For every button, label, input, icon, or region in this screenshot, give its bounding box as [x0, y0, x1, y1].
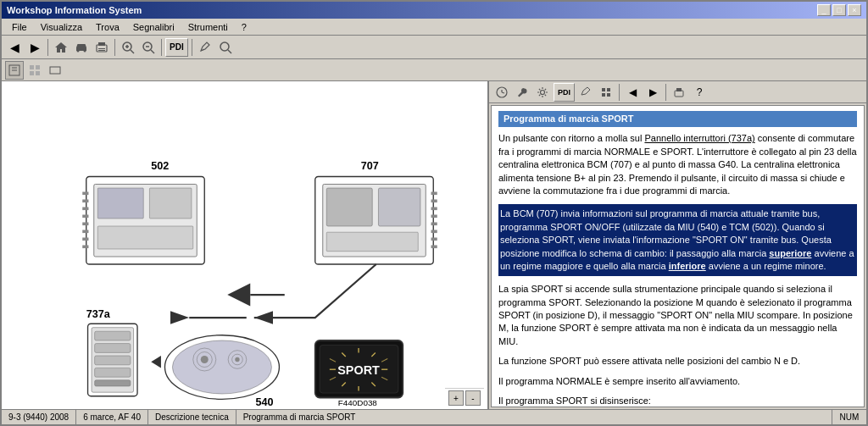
svg-rect-27 [149, 188, 192, 219]
toolbar-separator-3 [161, 39, 162, 56]
menu-strumenti[interactable]: Strumenti [181, 20, 235, 34]
svg-rect-48 [431, 238, 437, 241]
svg-marker-61 [151, 356, 161, 368]
svg-rect-89 [607, 88, 610, 91]
svg-point-14 [220, 42, 229, 51]
zoom-out-button[interactable] [139, 38, 158, 57]
view-overview-button[interactable] [5, 61, 24, 80]
paragraph-1: Un pulsante con ritorno a molla sul Pann… [498, 132, 857, 197]
text-inferiore: inferiore [669, 261, 706, 271]
svg-point-0 [77, 49, 80, 52]
rt-next-button[interactable]: ▶ [643, 83, 662, 102]
menu-bar: File Visualizza Trova Segnalibri Strumen… [2, 19, 866, 36]
main-window: Workshop Information System _ □ × File V… [0, 0, 868, 426]
car-button[interactable] [72, 38, 91, 57]
svg-rect-22 [36, 71, 40, 75]
svg-rect-47 [431, 230, 437, 234]
label-707: 707 [361, 160, 379, 172]
rt-clock-button[interactable] [492, 83, 511, 102]
svg-rect-92 [675, 91, 683, 97]
svg-point-69 [235, 357, 239, 362]
status-model: 9-3 (9440) 2008 [2, 410, 76, 424]
svg-rect-20 [36, 65, 40, 69]
svg-rect-45 [431, 215, 437, 219]
menu-trova[interactable]: Trova [89, 20, 126, 34]
menu-visualizza[interactable]: Visualizza [34, 20, 89, 34]
label-737a: 737a [86, 308, 111, 320]
svg-rect-19 [30, 65, 34, 69]
svg-line-7 [131, 50, 134, 53]
svg-rect-44 [431, 207, 437, 211]
svg-rect-59 [95, 368, 131, 377]
zoom-out-diagram-button[interactable]: - [465, 390, 481, 406]
svg-rect-56 [95, 331, 131, 340]
rt-pdi-button[interactable]: PDI [554, 83, 575, 102]
svg-rect-28 [97, 226, 193, 249]
rt-print-button[interactable] [670, 83, 688, 102]
home-button[interactable] [52, 38, 70, 57]
rt-sep [619, 84, 620, 101]
text-content: Programma di marcia SPORT Un pulsante co… [491, 105, 865, 407]
right-toolbar: PDI ◀ ▶ ? [489, 81, 866, 103]
rt-edit-button[interactable] [576, 83, 595, 102]
svg-line-15 [228, 50, 231, 53]
svg-point-66 [201, 356, 209, 363]
rt-gear-button[interactable] [533, 83, 552, 102]
diagram-area: 502 [2, 81, 487, 409]
svg-rect-40 [378, 188, 420, 226]
svg-point-87 [541, 90, 545, 94]
toolbar-separator-2 [114, 39, 115, 56]
svg-rect-32 [82, 215, 88, 219]
view-fullscreen-button[interactable] [46, 61, 64, 80]
menu-segnalibri[interactable]: Segnalibri [126, 20, 181, 34]
svg-rect-34 [82, 230, 88, 234]
svg-rect-33 [82, 223, 88, 226]
label-540: 540 [256, 396, 274, 408]
svg-rect-41 [326, 232, 418, 252]
rt-prev-button[interactable]: ◀ [623, 83, 642, 102]
close-button[interactable]: × [848, 4, 861, 16]
svg-rect-3 [98, 42, 105, 46]
pdi-button[interactable]: PDI [165, 38, 188, 57]
status-bar: 9-3 (9440) 2008 6 marce, AF 40 Descrizio… [2, 409, 866, 424]
toolbar-separator-4 [192, 39, 192, 56]
zoom-in-diagram-button[interactable]: + [448, 390, 464, 406]
status-num: NUM [832, 410, 866, 424]
search-button[interactable] [216, 38, 235, 57]
svg-rect-58 [95, 356, 131, 365]
maximize-button[interactable]: □ [832, 4, 846, 16]
svg-rect-46 [431, 223, 437, 226]
text-panel: PDI ◀ ▶ ? Programma di marcia SPORT [489, 81, 866, 409]
pen-button[interactable] [196, 38, 214, 57]
zoom-in-button[interactable] [119, 38, 137, 57]
svg-line-86 [502, 92, 504, 93]
svg-point-1 [84, 49, 86, 52]
menu-file[interactable]: File [5, 20, 34, 34]
svg-rect-57 [95, 344, 131, 353]
status-transmission: 6 marce, AF 40 [76, 410, 148, 424]
paragraph-5: Il programma NORMALE è sempre inserito a… [498, 375, 857, 388]
svg-rect-90 [602, 93, 605, 97]
diagram-panel: 502 [2, 81, 489, 409]
main-content: 502 [2, 81, 866, 409]
rt-tools2-button[interactable] [597, 83, 615, 102]
print-button[interactable] [92, 38, 111, 57]
svg-rect-60 [95, 380, 131, 386]
toolbar-view [2, 59, 866, 81]
toolbar-separator-1 [47, 39, 48, 56]
window-title: Workshop Information System [7, 5, 142, 15]
text-superiore: superiore [769, 248, 811, 258]
minimize-button[interactable]: _ [817, 4, 831, 16]
paragraph-6: Il programma SPORT si disinserisce: [498, 395, 857, 407]
forward-button[interactable]: ▶ [25, 38, 44, 57]
rt-wrench-button[interactable] [513, 83, 531, 102]
view-thumbnails-button[interactable] [25, 61, 44, 80]
rt-sep2 [665, 84, 666, 101]
menu-help[interactable]: ? [235, 20, 253, 34]
rt-help-button[interactable]: ? [690, 83, 709, 102]
back-button[interactable]: ◀ [5, 38, 24, 57]
sport-label: SPORT [337, 363, 380, 377]
svg-rect-26 [97, 188, 143, 219]
link-pannello[interactable]: Pannello interruttori (737a) [644, 133, 754, 143]
paragraph-4: La funzione SPORT può essere attivata ne… [498, 355, 857, 368]
